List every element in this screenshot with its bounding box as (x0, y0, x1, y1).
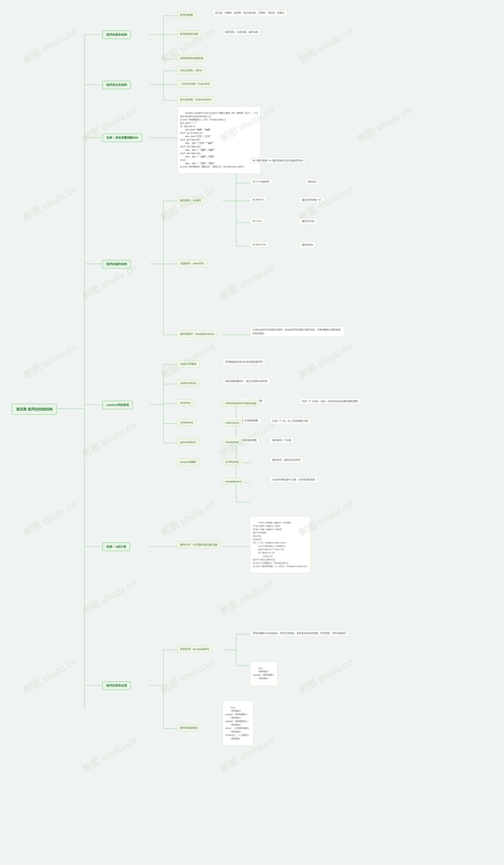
l3-basic-struct-text: 顺序结构、分支结构、循环结构 (225, 31, 258, 34)
l1-basic-label: 程序的基本结构 (106, 33, 127, 36)
l3-basic-struct-detail: 顺序结构、分支结构、循环结构 (222, 29, 261, 35)
root-node: 第四章 程序的控制结构 (12, 404, 57, 415)
l3-for-syntax5: for item in ls: (250, 242, 269, 247)
watermark: 树图 shutu.cn (296, 183, 355, 224)
try-except-code-text: try: <语句块1> except <异常类型>: <语句块2> (253, 667, 274, 680)
l3-flowchart-detail: 起止框、判断框、处理框、输入/输出框、注释框、流向线、连接点 (213, 10, 287, 16)
l1-basic-structure: 程序的基本结构 (102, 31, 131, 39)
watermark: 树图 shutu.cn (21, 340, 80, 381)
l3-sample-text: 从pop中随机选k个元素，以列表类型返回 (272, 478, 315, 481)
l3-for-syntax2: for i in range(N): (250, 179, 272, 184)
l2-random-analysis: random库解析 (177, 459, 199, 465)
watermark: 树图 shutu.cn (21, 25, 80, 66)
l2-shuffle-label: shuffle(seq) (225, 460, 239, 463)
l2-monte-label: 蒙特卡罗：Π=范围外落点数/总数 (180, 543, 218, 546)
l2-randrange-label: randrange(start,stop[,step]) (225, 402, 256, 405)
main-container: 第四章 程序的控制结构 程序的基本结构 程序流程图 起止框、判断框、处理框、输入… (0, 0, 504, 16)
l1-branch-structure: 程序的分支结构 (102, 81, 131, 89)
l1-exception: 程序的异常处理 (102, 681, 131, 690)
l2-uniform-label: uniform(a,b) (225, 421, 239, 424)
l3-uniform-detail: 生成一个【a，b】之间的随机小数 (270, 418, 310, 424)
watermark: 树图 shutu.cn (159, 655, 218, 696)
l2-while: 无限循环：while语句 (177, 260, 207, 267)
l3-break-detail: continue语句只结束本次循环；break语句结束整个循环过程，不再判断执行… (250, 326, 344, 337)
l1-exception-label: 程序的异常处理 (106, 684, 127, 687)
bmi-code: height,weight=eval(input("请输入身高（米）和体重（公斤… (177, 106, 261, 174)
l2-if-else-label: 二为分支结构：if-else语句 (180, 82, 210, 85)
l3-for-d2: 循环N次 (308, 181, 317, 183)
l2-break-continue: 循环保留字：break和continue (177, 331, 217, 337)
l2-basic-struct-label: 程序的基本结构 (180, 33, 198, 35)
l2-basic-example-label: 程序的基本结构实例 (180, 57, 203, 60)
l2-try-except: 异常处理：try-except语句 (177, 646, 212, 653)
watermark: 树图 shutu.cn (80, 734, 139, 775)
l2-randint: randint(a,b) (177, 419, 196, 426)
l2-uniform: uniform(a,b) (222, 419, 242, 426)
l3-break-text: continue语句只结束本次循环；break语句结束整个循环过程，不再判断执行… (253, 328, 341, 335)
l2-basic-example: 程序的基本结构实例 (177, 55, 206, 62)
l3-choice-detail: 随即返回一个元素 (270, 437, 294, 443)
l2-basic-struct: 程序的基本结构 (177, 31, 201, 38)
watermark: 树图 shutu.cn (80, 576, 139, 618)
l3-sample-detail: 从pop中随机选k个元素，以列表类型返回 (270, 477, 318, 483)
l3-for-d3: 遍历文件f的每一行 (302, 198, 321, 201)
l3-for-d4: 遍历字符串s (302, 220, 315, 222)
bmi-code-text: height,weight=eval(input("请输入身高（米）和体重（公斤… (180, 112, 258, 168)
l1-loop-label: 程序的循环结构 (106, 262, 127, 266)
l3-for-d5: 遍历列表ls (302, 243, 313, 246)
l3-shuffle-text: 随机排序，返回打乱后排序 (272, 459, 301, 461)
l1-random-label: random库的使用 (106, 403, 129, 406)
l1-branch-label: 程序的分支结构 (106, 83, 127, 86)
l1-pi-label: 实例：π的计算 (106, 545, 126, 548)
watermark: 树图 shutu.cn (21, 183, 80, 224)
l3-for-syntax4: for c in s: (250, 218, 265, 224)
pi-code-text: from random import random from math impo… (253, 521, 307, 568)
l3-for-syntax1: for <循环变量> in <遍历结构(可迭代对象)(序列)> (250, 158, 306, 164)
l2-random-overview-label: random库概述 (180, 362, 197, 365)
l3-for-s2a: for i in range(N): (253, 180, 270, 183)
l3-for-detail5: 遍历列表ls (299, 242, 316, 248)
l2-advanced-exception: 异常的高级用法 (177, 724, 201, 731)
l2-sample: sample(pop,k) (222, 478, 245, 485)
l3-traceback-detail: 异常回溯标记Traceback、异常文件路径、异常发生的代码行数、异常类型、异常… (250, 630, 349, 636)
watermark: 树图 shutu.cn (80, 419, 139, 460)
l2-try-except-label: 异常处理：try-except语句 (180, 648, 209, 650)
l1-bmi: 实例：身体质量指数BMI (102, 134, 142, 142)
watermark: 树图 shutu.cn (21, 655, 80, 696)
l3-random-overview-detail: 采用梅森旋转算法生成为随机数序列 (222, 359, 266, 365)
watermark: 树图 shutu.cn (355, 104, 414, 145)
l3-for-s4: for c in s: (253, 220, 262, 222)
watermark: 树图 shutu.cn (218, 261, 277, 303)
l2-if: 单分支结构：if语句 (177, 67, 205, 74)
l2-random-overview: random库概述 (177, 360, 199, 368)
l3-flowchart-text: 起止框、判断框、处理框、输入/输出框、注释框、流向线、连接点 (215, 11, 284, 14)
l2-flowchart-label: 程序流程图 (180, 13, 193, 16)
l2-random-analysis-label: random库解析 (180, 460, 197, 463)
l3-shuffle-detail: 随机排序，返回打乱后排序 (270, 457, 303, 463)
l2-random-fn-label: random() (180, 401, 190, 404)
watermark: 树图 shutu.cn (296, 340, 355, 381)
l3-for-detail4: 遍历字符串s (299, 218, 317, 224)
l2-if-elif-label: 多分支结构：if-elif-else语句 (180, 98, 212, 101)
watermark: 树图 shutu.cn (218, 576, 277, 618)
l2-getrandbits-label: getrandbits(k) (180, 441, 196, 443)
l2-if-label: 单分支结构：if语句 (180, 69, 202, 72)
l1-random: random库的使用 (102, 401, 133, 409)
l2-monte-carlo: 蒙特卡罗：Π=范围外落点数/总数 (177, 541, 221, 548)
l2-getrandbits: getrandbits(k) (177, 439, 199, 445)
l2-sample-label: sample(pop,k) (225, 480, 242, 483)
l1-pi: 实例：π的计算 (102, 543, 130, 551)
l2-for-loop: 遍历循环：for循环 (177, 197, 204, 204)
l3-for-s1: for <循环变量> in <遍历结构(可迭代对象)(序列)> (253, 159, 303, 162)
l3-random-overview-text: 采用梅森旋转算法生成为随机数序列 (225, 360, 263, 363)
l3-for-detail3: 遍历文件f的每一行 (299, 197, 324, 203)
l2-seed: seed(a=None) (177, 380, 199, 386)
l3-randrange-detail: 生成一个【start，stop）之间以step为步数的随机整数 (299, 398, 361, 404)
l3-uniform-text: 生成一个【a，b】之间的随机小数 (272, 419, 308, 422)
l2-while-label: 无限循环：while语句 (180, 262, 204, 265)
l2-if-elif-else: 多分支结构：if-elif-else语句 (177, 96, 214, 103)
l1-bmi-label: 实例：身体质量指数BMI (106, 136, 138, 139)
l2-randint-label: randint(a,b) (180, 421, 193, 424)
l3-seed-detail: 初始化随机数种子，默认为系统当前时间 (222, 378, 270, 384)
l3-for-s5: for item in ls: (253, 243, 266, 246)
